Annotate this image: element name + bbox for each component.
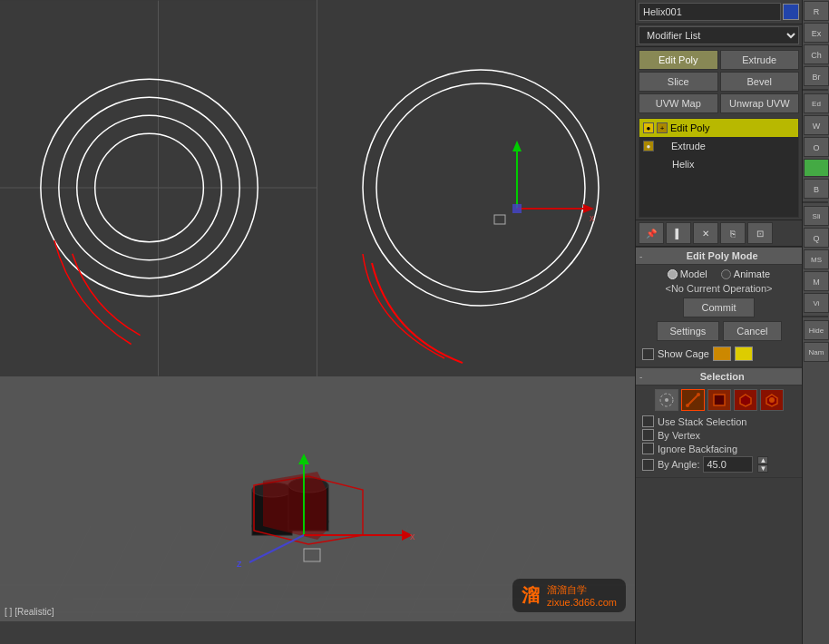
use-stack-checkbox[interactable] bbox=[642, 415, 654, 427]
stack-icon-bulb-on: ● bbox=[643, 122, 654, 133]
far-right-btn-nam[interactable]: Nam bbox=[804, 342, 829, 362]
use-stack-row: Use Stack Selection bbox=[639, 415, 799, 428]
ignore-backfacing-checkbox[interactable] bbox=[642, 443, 654, 454]
animate-radio-btn[interactable] bbox=[721, 269, 731, 279]
animate-radio-label[interactable]: Animate bbox=[721, 268, 770, 279]
stack-item-extrude[interactable]: ● Extrude bbox=[639, 137, 798, 155]
far-right-btn-ed[interactable]: Ed bbox=[804, 93, 829, 113]
far-right-btn-ex[interactable]: Ex bbox=[804, 23, 829, 43]
far-right-btn-q[interactable]: Q bbox=[804, 228, 829, 248]
uvw-map-button[interactable]: UVW Map bbox=[639, 93, 718, 113]
viewport-left[interactable] bbox=[0, 0, 317, 376]
svg-line-26 bbox=[227, 526, 272, 617]
svg-marker-11 bbox=[512, 141, 522, 151]
modifier-list-dropdown[interactable]: Modifier List bbox=[639, 26, 799, 44]
watermark-logo: 溜 bbox=[522, 583, 540, 608]
model-radio-btn[interactable] bbox=[668, 269, 678, 279]
commit-button[interactable]: Commit bbox=[683, 298, 756, 317]
svg-marker-44 bbox=[402, 530, 413, 541]
far-right-btn-ch[interactable]: Ch bbox=[804, 44, 829, 64]
viewport-bottom[interactable]: x z [ ] [Realistic] 溜 溜溜自学zixue.3d66.com bbox=[0, 376, 635, 621]
svg-point-6 bbox=[95, 133, 204, 242]
modifier-button-grid: Edit Poly Extrude Slice Bevel UVW Map Un… bbox=[636, 47, 802, 116]
mode-section: Model Animate <No Current Operation> Com… bbox=[636, 265, 802, 367]
svg-line-29 bbox=[363, 526, 408, 617]
svg-point-3 bbox=[41, 79, 258, 296]
far-right-btn-o[interactable]: O bbox=[804, 137, 829, 157]
svg-point-8 bbox=[363, 70, 599, 306]
svg-line-24 bbox=[136, 526, 181, 617]
edit-poly-mode-header[interactable]: - Edit Poly Mode bbox=[636, 247, 802, 265]
edit-poly-button[interactable]: Edit Poly bbox=[639, 50, 718, 70]
vertex-select-icon[interactable] bbox=[655, 389, 678, 411]
stack-item-edit-poly[interactable]: ● + Edit Poly bbox=[639, 119, 798, 137]
current-operation-text: <No Current Operation> bbox=[639, 283, 799, 294]
divider1 bbox=[803, 89, 828, 91]
cancel-button[interactable]: Cancel bbox=[723, 321, 781, 341]
watermark-text: 溜溜自学zixue.3d66.com bbox=[547, 583, 617, 608]
far-right-btn-b[interactable]: B bbox=[804, 179, 829, 199]
slice-button[interactable]: Slice bbox=[639, 72, 718, 92]
by-angle-checkbox[interactable] bbox=[642, 459, 654, 471]
watermark: 溜 溜溜自学zixue.3d66.com bbox=[512, 579, 626, 612]
angle-input[interactable] bbox=[703, 456, 753, 473]
svg-text:x: x bbox=[590, 213, 594, 223]
element-select-icon[interactable] bbox=[760, 389, 784, 411]
angle-up-button[interactable]: ▲ bbox=[757, 456, 768, 464]
border-select-icon[interactable] bbox=[707, 389, 731, 411]
svg-point-35 bbox=[252, 483, 292, 497]
viewport-area: x bbox=[0, 0, 635, 644]
toolbar-highlight-button[interactable]: ▌ bbox=[666, 222, 691, 244]
svg-point-36 bbox=[288, 514, 328, 529]
polygon-select-icon[interactable] bbox=[734, 389, 757, 411]
stack-item-helix[interactable]: Helix bbox=[639, 155, 798, 173]
svg-line-22 bbox=[45, 526, 91, 617]
modifier-list-row: Modifier List bbox=[636, 24, 802, 47]
toolbar-config-button[interactable]: ⊡ bbox=[747, 222, 773, 244]
svg-point-4 bbox=[59, 97, 239, 278]
modifier-stack[interactable]: ● + Edit Poly ● Extrude Helix bbox=[639, 118, 799, 218]
toolbar-remove-button[interactable]: ✕ bbox=[693, 222, 718, 244]
svg-rect-34 bbox=[252, 490, 292, 535]
edge-select-icon[interactable] bbox=[681, 389, 705, 411]
svg-line-25 bbox=[181, 526, 227, 617]
extrude-button[interactable]: Extrude bbox=[720, 50, 800, 70]
far-right-btn-hide[interactable]: Hide bbox=[804, 320, 829, 340]
selection-header[interactable]: - Selection bbox=[636, 367, 802, 385]
svg-rect-46 bbox=[304, 549, 320, 561]
settings-button[interactable]: Settings bbox=[657, 321, 720, 341]
svg-point-5 bbox=[77, 115, 222, 260]
svg-line-27 bbox=[272, 526, 317, 617]
cage-color2-swatch[interactable] bbox=[735, 346, 753, 361]
toolbar-copy-button[interactable]: ⎘ bbox=[720, 222, 746, 244]
far-right-btn-m[interactable]: M bbox=[804, 271, 829, 291]
svg-point-38 bbox=[288, 478, 328, 493]
far-right-btn-w[interactable]: W bbox=[804, 115, 829, 135]
viewport-right[interactable]: x bbox=[317, 0, 635, 376]
svg-rect-14 bbox=[512, 204, 522, 213]
settings-cancel-row: Settings Cancel bbox=[639, 321, 799, 341]
by-vertex-checkbox[interactable] bbox=[642, 429, 654, 441]
far-right-green-box[interactable] bbox=[804, 159, 829, 177]
ignore-backfacing-row: Ignore Backfacing bbox=[639, 442, 799, 455]
svg-rect-37 bbox=[288, 485, 328, 531]
show-cage-checkbox[interactable] bbox=[642, 348, 654, 360]
bevel-button[interactable]: Bevel bbox=[720, 72, 800, 92]
far-right-btn-br[interactable]: Br bbox=[804, 66, 829, 86]
unwrap-uvw-button[interactable]: Unwrap UVW bbox=[720, 93, 800, 113]
model-radio-label[interactable]: Model bbox=[668, 268, 707, 279]
far-right-btn-ms[interactable]: MS bbox=[804, 249, 829, 269]
far-right-btn-r[interactable]: R bbox=[804, 1, 829, 21]
object-color-swatch[interactable] bbox=[783, 4, 799, 20]
svg-line-23 bbox=[91, 526, 136, 617]
svg-line-30 bbox=[408, 526, 454, 617]
far-right-btn-sli[interactable]: Sli bbox=[804, 206, 829, 226]
stack-icon-bulb-off: ● bbox=[643, 141, 654, 151]
far-right-btn-vi[interactable]: Vi bbox=[804, 293, 829, 313]
object-name-input[interactable] bbox=[639, 3, 781, 21]
svg-rect-15 bbox=[494, 215, 505, 224]
toolbar-pin-button[interactable]: 📌 bbox=[639, 222, 664, 244]
cage-color1-swatch[interactable] bbox=[713, 346, 731, 361]
selection-collapse-icon: - bbox=[639, 372, 642, 382]
angle-down-button[interactable]: ▼ bbox=[757, 464, 768, 473]
